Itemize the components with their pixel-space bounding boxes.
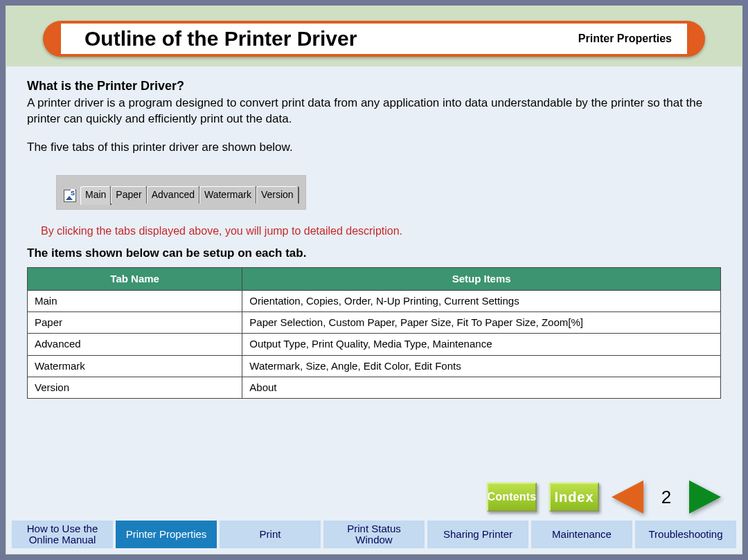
- cell-setup-items: Paper Selection, Custom Paper, Paper Siz…: [242, 312, 721, 334]
- page-frame: Outline of the Printer Driver Printer Pr…: [6, 6, 742, 554]
- title-bar: Outline of the Printer Driver Printer Pr…: [43, 21, 705, 57]
- cell-tab-name: Watermark: [28, 355, 242, 377]
- cell-setup-items: About: [242, 377, 721, 398]
- bottom-tab-print-status-window[interactable]: Print StatusWindow: [323, 521, 425, 548]
- table-row: Watermark Watermark, Size, Angle, Edit C…: [28, 355, 721, 377]
- bottom-tab-print[interactable]: Print: [220, 521, 321, 548]
- bottom-tab-bar: How to Use theOnline Manual Printer Prop…: [12, 521, 736, 548]
- page-number: 2: [656, 487, 677, 508]
- bottom-tab-label: How to Use theOnline Manual: [27, 523, 98, 546]
- previous-page-arrow-icon[interactable]: [612, 480, 643, 514]
- body: What is the Printer Driver? A printer dr…: [6, 66, 742, 399]
- subheading-what-is: What is the Printer Driver?: [27, 78, 721, 94]
- bottom-tab-label: Print: [260, 529, 281, 541]
- table-row: Paper Paper Selection, Custom Paper, Pap…: [28, 312, 721, 334]
- bottom-tab-how-to-use[interactable]: How to Use theOnline Manual: [12, 521, 113, 548]
- cell-setup-items: Watermark, Size, Angle, Edit Color, Edit…: [242, 355, 721, 377]
- bottom-tab-label: Printer Properties: [126, 529, 207, 541]
- content-area: What is the Printer Driver? A printer dr…: [6, 66, 742, 554]
- bottom-tab-label: Troubleshooting: [648, 529, 722, 541]
- bottom-tab-label: Print StatusWindow: [347, 523, 401, 546]
- contents-button[interactable]: Contents: [487, 482, 537, 512]
- red-note: By clicking the tabs displayed above, yo…: [41, 224, 721, 239]
- bottom-tab-label: Maintenance: [552, 529, 612, 541]
- tab-advanced[interactable]: Advanced: [147, 186, 199, 204]
- intro-paragraph: A printer driver is a program designed t…: [27, 96, 721, 127]
- tab-watermark[interactable]: Watermark: [199, 186, 256, 204]
- table-row: Main Orientation, Copies, Order, N-Up Pr…: [28, 290, 721, 311]
- tab-main[interactable]: Main: [80, 186, 111, 205]
- cell-setup-items: Output Type, Print Quality, Media Type, …: [242, 334, 721, 355]
- page-title: Outline of the Printer Driver: [84, 27, 357, 51]
- bottom-tab-troubleshooting[interactable]: Troubleshooting: [635, 521, 736, 548]
- tabs-intro: The five tabs of this printer driver are…: [27, 140, 721, 156]
- next-page-arrow-icon[interactable]: [689, 480, 721, 514]
- tab-paper[interactable]: Paper: [111, 186, 146, 204]
- bottom-tab-label: Sharing Printer: [443, 529, 513, 541]
- cell-tab-name: Version: [28, 377, 242, 398]
- setup-heading: The items shown below can be setup on ea…: [27, 246, 721, 262]
- cell-tab-name: Main: [28, 290, 242, 311]
- page-nav: Contents Index 2: [487, 480, 721, 514]
- title-inner: Outline of the Printer Driver Printer Pr…: [61, 24, 687, 54]
- section-label: Printer Properties: [578, 33, 672, 45]
- table-row: Advanced Output Type, Print Quality, Med…: [28, 334, 721, 355]
- th-setup-items: Setup Items: [242, 267, 721, 290]
- bottom-tab-sharing-printer[interactable]: Sharing Printer: [427, 521, 528, 548]
- th-tab-name: Tab Name: [28, 267, 242, 290]
- driver-tabs-screenshot: Main Paper Advanced Watermark Version: [56, 175, 306, 210]
- table-row: Version About: [28, 377, 721, 398]
- bottom-tab-maintenance[interactable]: Maintenance: [531, 521, 632, 548]
- cell-tab-name: Advanced: [28, 334, 242, 355]
- tab-version[interactable]: Version: [256, 186, 299, 204]
- index-button[interactable]: Index: [549, 482, 599, 512]
- printer-icon: [64, 190, 76, 202]
- setup-table: Tab Name Setup Items Main Orientation, C…: [27, 267, 721, 399]
- cell-setup-items: Orientation, Copies, Order, N-Up Printin…: [242, 290, 721, 311]
- outer-frame: Outline of the Printer Driver Printer Pr…: [0, 0, 748, 560]
- bottom-tab-printer-properties[interactable]: Printer Properties: [116, 521, 217, 548]
- cell-tab-name: Paper: [28, 312, 242, 334]
